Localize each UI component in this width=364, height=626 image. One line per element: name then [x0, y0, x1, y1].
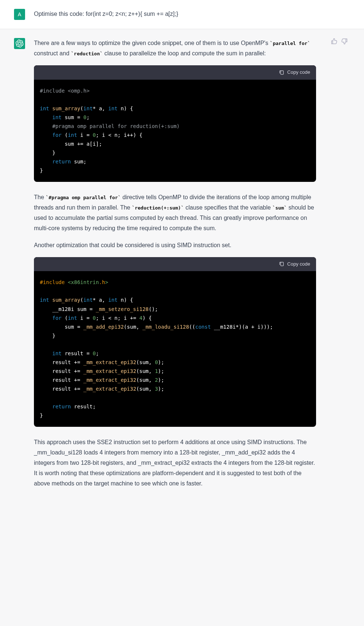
user-avatar: A — [14, 9, 25, 20]
code-block-1-content: #include <omp.h> int sum_array(int* a, i… — [34, 80, 316, 182]
code-block-2: Copy code #include <x86intrin.h> int sum… — [34, 257, 316, 427]
assistant-message-body: There are a few ways to optimize the giv… — [34, 38, 316, 489]
copy-code-button[interactable]: Copy code — [34, 257, 316, 272]
assistant-paragraph-4: This approach uses the SSE2 instruction … — [34, 437, 316, 468]
copy-code-label: Copy code — [287, 260, 310, 269]
copy-code-button[interactable]: Copy code — [34, 65, 316, 80]
inline-code: `#pragma omp parallel for` — [46, 195, 121, 200]
user-message-text: Optimise this code: for(int z=0; z<n; z+… — [34, 9, 316, 20]
assistant-avatar — [14, 38, 25, 49]
assistant-paragraph-5: It is worth noting that these optimizati… — [34, 468, 316, 489]
inline-code: `reduction(+:sum)` — [132, 205, 184, 211]
thumbs-down-icon[interactable] — [341, 38, 348, 45]
inline-code: `parallel for` — [270, 41, 311, 46]
inline-code: `sum` — [273, 205, 287, 211]
assistant-message-row: There are a few ways to optimize the giv… — [0, 29, 364, 498]
code-block-2-content: #include <x86intrin.h> int sum_array(int… — [34, 271, 316, 426]
copy-code-label: Copy code — [287, 68, 310, 77]
svg-rect-0 — [281, 70, 284, 74]
clipboard-icon — [279, 261, 284, 267]
user-avatar-letter: A — [18, 11, 21, 17]
feedback-buttons — [331, 38, 348, 45]
clipboard-icon — [279, 70, 284, 75]
openai-logo-icon — [15, 39, 24, 48]
assistant-paragraph-2: The `#pragma omp parallel for` directive… — [34, 192, 316, 234]
assistant-paragraph-1: There are a few ways to optimize the giv… — [34, 38, 316, 59]
user-message-row: A Optimise this code: for(int z=0; z<n; … — [0, 0, 364, 29]
thumbs-up-icon[interactable] — [331, 38, 337, 45]
assistant-paragraph-3: Another optimization that could be consi… — [34, 240, 316, 250]
code-block-1: Copy code #include <omp.h> int sum_array… — [34, 65, 316, 182]
inline-code: `reduction` — [71, 51, 103, 56]
svg-rect-1 — [281, 262, 284, 266]
